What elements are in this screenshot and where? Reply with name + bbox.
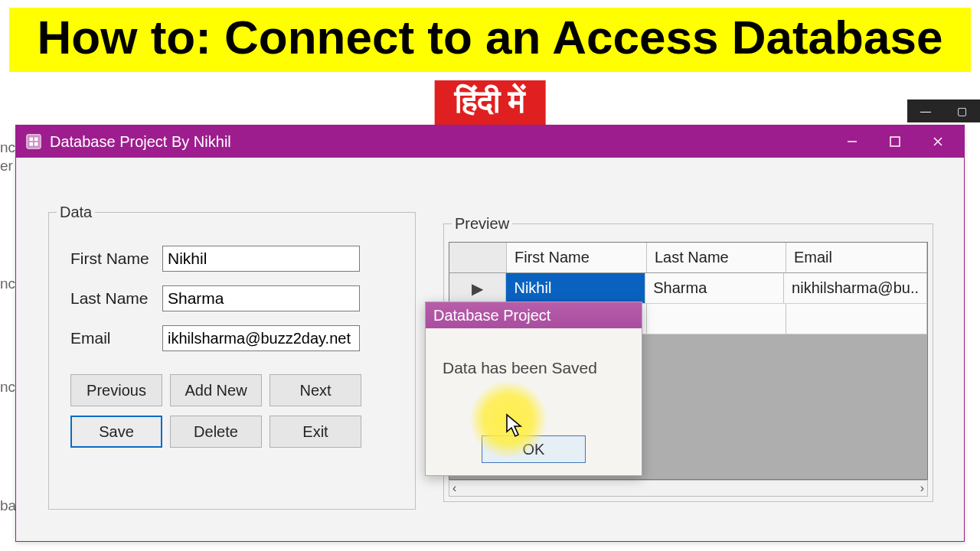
svg-rect-4 <box>34 142 38 146</box>
scroll-right-icon[interactable]: › <box>920 481 924 495</box>
svg-rect-6 <box>890 137 900 146</box>
messagebox: Database Project Data has been Saved OK <box>425 302 642 476</box>
app-icon <box>25 133 42 150</box>
banner-main: How to: Connect to an Access Database <box>9 8 971 72</box>
previous-button[interactable]: Previous <box>70 374 162 406</box>
data-groupbox-label: Data <box>57 204 95 221</box>
column-last-name[interactable]: Last Name <box>647 243 786 272</box>
minimize-button[interactable] <box>831 126 874 158</box>
svg-rect-2 <box>34 138 38 142</box>
maximize-icon: ▢ <box>957 105 967 117</box>
svg-rect-1 <box>30 138 34 142</box>
save-button[interactable]: Save <box>70 416 162 448</box>
svg-rect-3 <box>30 142 34 146</box>
add-new-button[interactable]: Add New <box>170 374 262 406</box>
first-name-input[interactable] <box>162 246 360 272</box>
column-email[interactable]: Email <box>786 243 927 272</box>
messagebox-message: Data has been Saved <box>426 328 642 377</box>
datagrid-header: First Name Last Name Email <box>449 243 927 273</box>
banner-sub: हिंदी में <box>435 80 546 128</box>
last-name-input[interactable] <box>162 285 360 311</box>
next-button[interactable]: Next <box>270 374 361 406</box>
email-label: Email <box>70 329 162 347</box>
column-first-name[interactable]: First Name <box>507 243 647 272</box>
bg-text: ba <box>0 497 16 514</box>
minimize-icon: — <box>920 105 931 117</box>
close-button[interactable] <box>916 126 959 158</box>
window-title: Database Project By Nikhil <box>50 133 831 151</box>
cell-empty[interactable] <box>647 304 786 334</box>
delete-button[interactable]: Delete <box>170 416 262 448</box>
data-groupbox: Data First Name Last Name Email Previous… <box>48 204 416 510</box>
cell-first-name[interactable]: Nikhil <box>506 273 645 303</box>
background-window-controls: — ▢ <box>907 99 980 122</box>
titlebar[interactable]: Database Project By Nikhil <box>16 126 964 158</box>
exit-button[interactable]: Exit <box>270 416 361 448</box>
scroll-left-icon[interactable]: ‹ <box>452 481 456 495</box>
table-row[interactable]: ▶ Nikhil Sharma nikhilsharma@bu.. <box>449 273 927 304</box>
row-indicator-icon: ▶ <box>449 273 506 303</box>
svg-rect-0 <box>27 135 41 148</box>
preview-groupbox-label: Preview <box>452 215 512 233</box>
ok-button[interactable]: OK <box>482 435 586 463</box>
cell-empty[interactable] <box>786 304 927 334</box>
datagrid-corner <box>449 243 507 272</box>
bg-text: nc <box>0 139 15 156</box>
maximize-button[interactable] <box>874 126 916 158</box>
bg-text: er <box>0 158 13 174</box>
first-name-label: First Name <box>70 249 162 268</box>
email-input[interactable] <box>162 325 360 351</box>
horizontal-scrollbar[interactable]: ‹ › <box>449 480 928 497</box>
messagebox-title[interactable]: Database Project <box>426 302 642 328</box>
cell-email[interactable]: nikhilsharma@bu.. <box>784 273 927 303</box>
cell-last-name[interactable]: Sharma <box>645 273 784 303</box>
bg-text: nc <box>0 276 15 292</box>
last-name-label: Last Name <box>70 289 162 308</box>
bg-text: nc <box>0 379 15 396</box>
